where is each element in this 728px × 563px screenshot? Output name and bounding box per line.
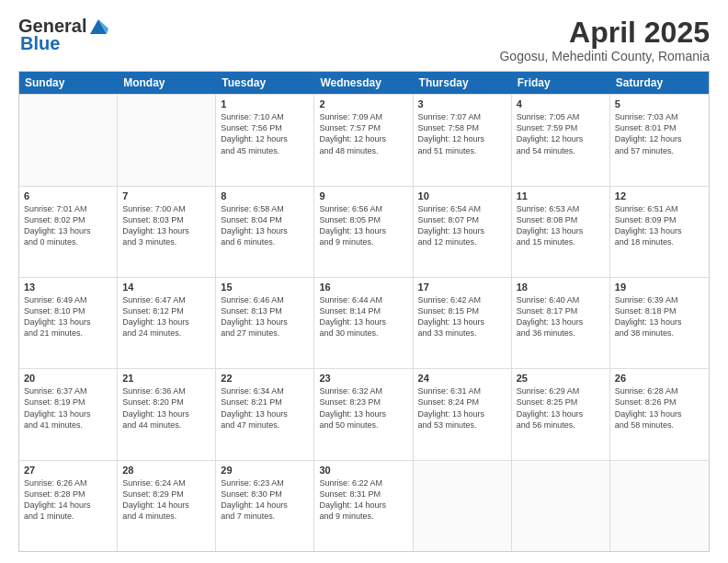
day-number: 18 — [517, 282, 605, 293]
cell-line-3: and 24 minutes. — [122, 327, 210, 339]
cell-line-2: Daylight: 12 hours — [517, 133, 605, 144]
cell-line-2: Daylight: 14 hours — [122, 500, 210, 511]
calendar: Sunday Monday Tuesday Wednesday Thursday… — [18, 71, 710, 552]
cell-line-3: and 12 minutes. — [418, 236, 506, 247]
logo-blue-text: Blue — [20, 33, 60, 54]
day-number: 20 — [24, 373, 112, 384]
cell-line-3: and 56 minutes. — [517, 419, 605, 431]
cell-line-2: Daylight: 13 hours — [24, 316, 112, 327]
cell-line-1: Sunset: 7:56 PM — [221, 122, 309, 133]
cell-line-2: Daylight: 13 hours — [221, 408, 309, 419]
cell-line-0: Sunrise: 7:10 AM — [221, 111, 309, 122]
cal-cell-r1-c2: 8Sunrise: 6:58 AMSunset: 8:04 PMDaylight… — [216, 187, 314, 277]
cell-line-2: Daylight: 13 hours — [517, 408, 605, 419]
cal-cell-r3-c0: 20Sunrise: 6:37 AMSunset: 8:19 PMDayligh… — [19, 369, 118, 459]
day-number: 26 — [615, 373, 704, 384]
cell-line-3: and 48 minutes. — [319, 145, 407, 156]
cell-line-1: Sunset: 8:28 PM — [24, 488, 112, 500]
cell-line-0: Sunrise: 6:40 AM — [517, 294, 605, 305]
cell-line-0: Sunrise: 6:36 AM — [122, 385, 210, 396]
cell-line-3: and 38 minutes. — [615, 327, 704, 339]
day-number: 12 — [615, 190, 704, 201]
cell-line-2: Daylight: 13 hours — [319, 316, 407, 327]
cell-line-0: Sunrise: 7:03 AM — [615, 111, 704, 122]
day-number: 8 — [221, 190, 309, 201]
cell-line-0: Sunrise: 7:00 AM — [122, 203, 210, 214]
cal-cell-r4-c3: 30Sunrise: 6:22 AMSunset: 8:31 PMDayligh… — [314, 461, 413, 551]
cell-line-0: Sunrise: 6:23 AM — [221, 477, 309, 488]
header: General Blue April 2025 Gogosu, Mehedint… — [18, 17, 710, 63]
cell-line-0: Sunrise: 6:24 AM — [122, 477, 210, 488]
cell-line-2: Daylight: 13 hours — [615, 316, 704, 327]
calendar-row-0: 1Sunrise: 7:10 AMSunset: 7:56 PMDaylight… — [19, 94, 709, 185]
cell-line-1: Sunset: 8:04 PM — [221, 214, 309, 225]
cell-line-3: and 9 minutes. — [319, 511, 407, 522]
calendar-header: Sunday Monday Tuesday Wednesday Thursday… — [19, 72, 709, 94]
cell-line-1: Sunset: 8:20 PM — [122, 396, 210, 408]
header-right: April 2025 Gogosu, Mehedinti County, Rom… — [499, 17, 710, 63]
cell-line-0: Sunrise: 6:39 AM — [615, 294, 704, 305]
cell-line-2: Daylight: 13 hours — [517, 225, 605, 236]
header-monday: Monday — [118, 72, 216, 94]
day-number: 1 — [221, 98, 309, 109]
day-number: 24 — [418, 373, 506, 384]
cal-cell-r4-c0: 27Sunrise: 6:26 AMSunset: 8:28 PMDayligh… — [19, 461, 118, 551]
cell-line-1: Sunset: 7:59 PM — [517, 122, 605, 133]
cell-line-2: Daylight: 13 hours — [24, 225, 112, 236]
day-number: 6 — [24, 190, 112, 201]
cal-cell-r1-c5: 11Sunrise: 6:53 AMSunset: 8:08 PMDayligh… — [512, 187, 610, 277]
day-number: 30 — [319, 465, 407, 476]
cell-line-0: Sunrise: 6:37 AM — [24, 385, 112, 396]
cal-cell-r3-c2: 22Sunrise: 6:34 AMSunset: 8:21 PMDayligh… — [216, 369, 314, 459]
cal-cell-r4-c5 — [512, 461, 610, 551]
header-wednesday: Wednesday — [314, 72, 413, 94]
cell-line-1: Sunset: 8:01 PM — [615, 122, 704, 133]
cell-line-2: Daylight: 14 hours — [319, 500, 407, 511]
day-number: 16 — [319, 282, 407, 293]
cal-cell-r0-c6: 5Sunrise: 7:03 AMSunset: 8:01 PMDaylight… — [610, 95, 709, 185]
cell-line-3: and 33 minutes. — [418, 327, 506, 339]
calendar-row-4: 27Sunrise: 6:26 AMSunset: 8:28 PMDayligh… — [19, 460, 709, 551]
cal-cell-r2-c4: 17Sunrise: 6:42 AMSunset: 8:15 PMDayligh… — [414, 278, 512, 368]
day-number: 7 — [122, 190, 210, 201]
cell-line-1: Sunset: 8:26 PM — [615, 396, 704, 408]
day-number: 29 — [221, 465, 309, 476]
cell-line-0: Sunrise: 6:29 AM — [517, 385, 605, 396]
cell-line-2: Daylight: 13 hours — [221, 225, 309, 236]
cell-line-0: Sunrise: 6:32 AM — [319, 385, 407, 396]
cell-line-0: Sunrise: 7:05 AM — [517, 111, 605, 122]
cell-line-1: Sunset: 8:18 PM — [615, 305, 704, 316]
day-number: 23 — [319, 373, 407, 384]
day-number: 15 — [221, 282, 309, 293]
header-saturday: Saturday — [610, 72, 709, 94]
cell-line-1: Sunset: 8:17 PM — [517, 305, 605, 316]
cell-line-3: and 51 minutes. — [418, 145, 506, 156]
cell-line-3: and 44 minutes. — [122, 419, 210, 431]
cell-line-2: Daylight: 12 hours — [418, 133, 506, 144]
cal-cell-r0-c0 — [19, 95, 118, 185]
day-number: 3 — [418, 98, 506, 109]
calendar-row-3: 20Sunrise: 6:37 AMSunset: 8:19 PMDayligh… — [19, 368, 709, 459]
cell-line-3: and 54 minutes. — [517, 145, 605, 156]
cell-line-3: and 9 minutes. — [319, 236, 407, 247]
cell-line-3: and 50 minutes. — [319, 419, 407, 431]
cell-line-1: Sunset: 8:24 PM — [418, 396, 506, 408]
cell-line-1: Sunset: 8:23 PM — [319, 396, 407, 408]
cell-line-0: Sunrise: 7:01 AM — [24, 203, 112, 214]
day-number: 28 — [122, 465, 210, 476]
cell-line-1: Sunset: 8:05 PM — [319, 214, 407, 225]
day-number: 25 — [517, 373, 605, 384]
cell-line-2: Daylight: 13 hours — [319, 408, 407, 419]
day-number: 9 — [319, 190, 407, 201]
cell-line-2: Daylight: 13 hours — [418, 316, 506, 327]
header-thursday: Thursday — [414, 72, 512, 94]
cell-line-3: and 57 minutes. — [615, 145, 704, 156]
cell-line-1: Sunset: 8:31 PM — [319, 488, 407, 500]
cell-line-1: Sunset: 8:29 PM — [122, 488, 210, 500]
cell-line-1: Sunset: 8:30 PM — [221, 488, 309, 500]
cal-cell-r1-c0: 6Sunrise: 7:01 AMSunset: 8:02 PMDaylight… — [19, 187, 118, 277]
cal-cell-r3-c6: 26Sunrise: 6:28 AMSunset: 8:26 PMDayligh… — [610, 369, 709, 459]
cell-line-3: and 15 minutes. — [517, 236, 605, 247]
cal-cell-r3-c3: 23Sunrise: 6:32 AMSunset: 8:23 PMDayligh… — [314, 369, 413, 459]
page: General Blue April 2025 Gogosu, Mehedint… — [0, 0, 728, 563]
